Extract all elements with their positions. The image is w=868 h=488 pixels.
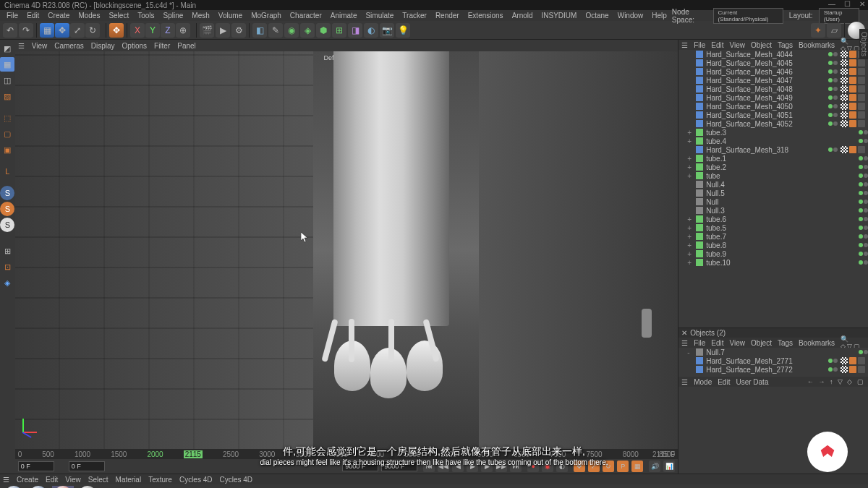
vp-cameras[interactable]: Cameras bbox=[54, 42, 84, 50]
deformer-icon[interactable]: ◨ bbox=[348, 23, 362, 38]
om2-view[interactable]: View bbox=[730, 339, 746, 347]
om2-bookmarks[interactable]: Bookmarks bbox=[799, 339, 835, 347]
viewport-menu-icon[interactable]: ☰ bbox=[18, 42, 25, 50]
poly-mode-icon[interactable]: ▣ bbox=[0, 142, 14, 157]
object-row[interactable]: Hard_Surface_Mesh_4048 bbox=[678, 85, 868, 93]
object-row[interactable]: Null bbox=[678, 197, 868, 206]
menu-simulate[interactable]: Simulate bbox=[362, 12, 397, 20]
last-tool-icon[interactable]: ✥ bbox=[109, 23, 124, 38]
objects2-header[interactable]: ✕Objects (2) bbox=[678, 328, 868, 338]
object-row[interactable]: Hard_Surface_Mesh_4045 bbox=[678, 59, 868, 67]
menu-extensions[interactable]: Extensions bbox=[464, 12, 507, 20]
object-row[interactable]: Hard_Surface_Mesh_2771 bbox=[678, 356, 868, 365]
menu-render[interactable]: Render bbox=[432, 12, 463, 20]
snap-icon[interactable]: ✦ bbox=[811, 23, 825, 38]
mat-cycles2[interactable]: Cycles 4D bbox=[220, 476, 253, 484]
om-bookmarks[interactable]: Bookmarks bbox=[799, 41, 835, 49]
mat-select[interactable]: Select bbox=[88, 476, 109, 484]
object-row[interactable]: Null.5 bbox=[678, 189, 868, 197]
menu-spline[interactable]: Spline bbox=[160, 12, 187, 20]
camera-add-icon[interactable]: 📷 bbox=[380, 23, 394, 38]
cube-primitive-icon[interactable]: ◧ bbox=[252, 23, 267, 38]
viewport-solo-icon[interactable]: S bbox=[0, 186, 14, 200]
close-panel-icon[interactable]: ✕ bbox=[681, 329, 687, 337]
right-tabs[interactable]: Objects bbox=[859, 29, 868, 59]
menu-mograph[interactable]: MoGraph bbox=[247, 12, 285, 20]
menu-window[interactable]: Window bbox=[614, 12, 647, 20]
object-row[interactable]: +tube.9 bbox=[678, 249, 868, 258]
om2-edit[interactable]: Edit bbox=[711, 339, 723, 347]
model-mode-icon[interactable]: ▦ bbox=[0, 57, 14, 72]
select-tool-icon[interactable]: ▦ bbox=[40, 23, 54, 38]
mat-view[interactable]: View bbox=[65, 476, 81, 484]
menu-octane[interactable]: Octane bbox=[582, 12, 612, 20]
pen-tool-icon[interactable]: ✎ bbox=[268, 23, 283, 38]
render-region-icon[interactable]: ▶ bbox=[216, 23, 230, 38]
object-row[interactable]: Hard_Surface_Mesh_4052 bbox=[678, 119, 868, 128]
vp-view[interactable]: View bbox=[32, 42, 48, 50]
menu-create[interactable]: Create bbox=[44, 12, 73, 20]
enable-axis-icon[interactable]: L bbox=[0, 164, 14, 179]
object-row[interactable]: +tube.1 bbox=[678, 154, 868, 163]
menu-mesh[interactable]: Mesh bbox=[188, 12, 213, 20]
rotate-tool-icon[interactable]: ↻ bbox=[85, 23, 100, 38]
object-row[interactable]: Hard_Surface_Mesh_4047 bbox=[678, 76, 868, 85]
field-icon[interactable]: ⊞ bbox=[332, 23, 346, 38]
sound-icon[interactable]: 🔊 bbox=[649, 461, 660, 472]
menu-tracker[interactable]: Tracker bbox=[399, 12, 430, 20]
edge-mode-icon[interactable]: ▢ bbox=[0, 127, 14, 141]
frame-current-input[interactable] bbox=[69, 461, 105, 471]
point-mode-icon[interactable]: ⬚ bbox=[0, 111, 14, 125]
menu-insydium[interactable]: INSYDIUM bbox=[538, 12, 581, 20]
vp-display[interactable]: Display bbox=[91, 42, 115, 50]
environment-icon[interactable]: ◐ bbox=[364, 23, 378, 38]
undo-icon[interactable]: ↶ bbox=[3, 23, 17, 38]
object-row[interactable]: Hard_Surface_Mesh_4046 bbox=[678, 67, 868, 76]
object-row[interactable]: +tube.7 bbox=[678, 232, 868, 241]
om-menu-icon[interactable]: ☰ bbox=[681, 41, 688, 49]
snap-settings-icon[interactable]: ⊡ bbox=[0, 260, 14, 274]
workplane-mode-icon[interactable]: ▨ bbox=[0, 89, 14, 103]
minimize-icon[interactable]: — bbox=[828, 0, 835, 8]
close-icon[interactable]: ✕ bbox=[859, 0, 865, 8]
object-row[interactable]: Hard_Surface_Mesh_318 bbox=[678, 145, 868, 154]
axis-y-icon[interactable]: Y bbox=[145, 23, 160, 38]
axis-x-icon[interactable]: X bbox=[130, 23, 145, 38]
object-list[interactable]: Hard_Surface_Mesh_4044Hard_Surface_Mesh_… bbox=[678, 50, 868, 328]
menu-volume[interactable]: Volume bbox=[215, 12, 246, 20]
om-object[interactable]: Object bbox=[751, 41, 772, 49]
om2-object[interactable]: Object bbox=[751, 339, 772, 347]
om2-tags[interactable]: Tags bbox=[778, 339, 793, 347]
layout-dropdown[interactable]: Startup (User) bbox=[819, 8, 859, 24]
tab-objects[interactable]: Objects bbox=[859, 32, 868, 56]
om2-menu-icon[interactable]: ☰ bbox=[681, 339, 688, 347]
object-row[interactable]: +tube.5 bbox=[678, 223, 868, 232]
object-row[interactable]: Hard_Surface_Mesh_4049 bbox=[678, 93, 868, 102]
viewport-solo2-icon[interactable]: S bbox=[0, 202, 14, 216]
coord-system-icon[interactable]: ⊕ bbox=[176, 23, 190, 38]
vp-panel[interactable]: Panel bbox=[177, 42, 196, 50]
render-settings-icon[interactable]: ⚙ bbox=[231, 23, 246, 38]
vp-options[interactable]: Options bbox=[122, 42, 147, 50]
object-list-2[interactable]: -Null.7Hard_Surface_Mesh_2771Hard_Surfac… bbox=[678, 348, 868, 377]
menu-file[interactable]: File bbox=[3, 12, 22, 20]
frame-start-input[interactable] bbox=[18, 461, 54, 471]
make-editable-icon[interactable]: ◩ bbox=[0, 41, 14, 56]
light-add-icon[interactable]: 💡 bbox=[396, 23, 410, 38]
menu-edit[interactable]: Edit bbox=[23, 12, 43, 20]
mat-create[interactable]: Create bbox=[17, 476, 38, 484]
menu-tools[interactable]: Tools bbox=[134, 12, 158, 20]
scale-tool-icon[interactable]: ⤢ bbox=[70, 23, 85, 38]
vp-filter[interactable]: Filter bbox=[154, 42, 170, 50]
om-edit[interactable]: Edit bbox=[711, 41, 723, 49]
mat-texture[interactable]: Texture bbox=[148, 476, 172, 484]
object-row[interactable]: +tube.6 bbox=[678, 215, 868, 223]
mat-material[interactable]: Material bbox=[116, 476, 142, 484]
object-row[interactable]: Hard_Surface_Mesh_4044 bbox=[678, 50, 868, 59]
mat-cycles1[interactable]: Cycles 4D bbox=[179, 476, 213, 484]
om2-file[interactable]: File bbox=[694, 339, 705, 347]
mat-menu-icon[interactable]: ☰ bbox=[3, 476, 9, 484]
texture-mode-icon[interactable]: ◫ bbox=[0, 73, 14, 87]
key-pla-icon[interactable]: ▦ bbox=[631, 461, 643, 472]
workplane-icon[interactable]: ▱ bbox=[827, 23, 841, 38]
